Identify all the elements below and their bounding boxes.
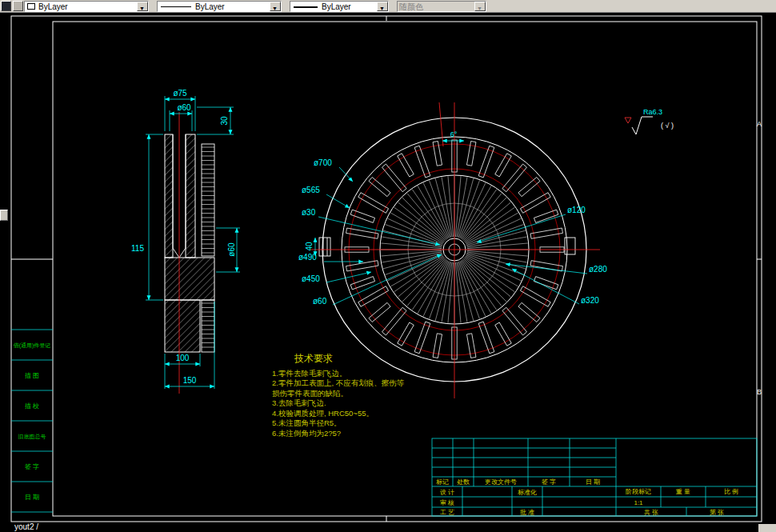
- dim-label-115: 115: [131, 244, 144, 253]
- tech-line: 2.零件加工表面上, 不应有划痕、擦伤等: [272, 378, 405, 387]
- plotstyle-value: 随颜色: [398, 2, 474, 11]
- tb-label-design: 设 计: [440, 489, 454, 496]
- plotstyle-control: 随颜色: [397, 1, 486, 12]
- tb-label-weight: 重 量: [675, 488, 690, 495]
- dim-label-d60-right: ø60: [227, 242, 236, 257]
- properties-toolbar: ByLayer ByLayer ByLayer 随颜色: [0, 0, 776, 13]
- tb-label-audit: 审 核: [440, 499, 454, 506]
- color-control[interactable]: ByLayer: [24, 1, 149, 12]
- color-swatch: [27, 3, 35, 10]
- dim-label-40: 40: [305, 242, 314, 251]
- tech-title: 技术要求: [294, 353, 333, 364]
- strip-field-label: 签 字: [25, 463, 39, 470]
- dim-label-d565: ø565: [302, 186, 320, 194]
- strip-field-label: 旧底图总号: [18, 434, 46, 440]
- strip-field-label: 借(通用)件登记: [14, 342, 51, 349]
- docked-toolbar-icon[interactable]: [0, 210, 8, 221]
- drawing-canvas[interactable]: A B 借(通用)件登记 描 图 描 校 旧底图总号 签 字 日 期: [0, 0, 776, 532]
- roughness-triangle-icon: [625, 118, 631, 123]
- title-block: 标记 处数 更改文件号 签 字 日 期 设 计 标准化 审 核 工 艺 批 准 …: [432, 438, 757, 516]
- chevron-down-icon: [474, 2, 486, 11]
- tech-line: 4.校验调质处理, HRC50~55。: [272, 409, 374, 418]
- resize-corner: [758, 524, 776, 532]
- circular-view: [310, 102, 600, 398]
- dim-label-d60-top: ø60: [177, 103, 191, 112]
- linetype-value: ByLayer: [194, 2, 270, 11]
- dim-label-30: 30: [220, 116, 229, 126]
- dim-label-d30: ø30: [302, 208, 316, 217]
- dim-label-d60: ø60: [313, 297, 327, 306]
- tb-rev-header: 处数: [457, 478, 470, 486]
- tb-rev-header: 标记: [436, 478, 449, 486]
- tech-line: 6.未注倒角均为2?5?: [272, 429, 341, 438]
- color-value: ByLayer: [37, 2, 137, 11]
- dim-label-d700: ø700: [314, 158, 332, 167]
- surface-ra-label: Ra6.3: [643, 108, 662, 116]
- tb-sheet-no: 第 张: [710, 509, 724, 516]
- tech-line: 损伤零件表面的缺陷。: [272, 389, 348, 398]
- lineweight-sample-icon: [294, 6, 318, 8]
- tech-line: 3.去除毛刺飞边.: [272, 398, 326, 407]
- dim-label-d450: ø450: [302, 274, 320, 283]
- tb-rev-header: 签 字: [542, 478, 556, 486]
- surface-paren-label: ( √ ): [661, 122, 674, 130]
- tb-label-scale: 比 例: [724, 488, 738, 495]
- dim-label-d75: ø75: [173, 89, 187, 98]
- chevron-down-icon[interactable]: [377, 2, 388, 11]
- spline-serrations: [202, 147, 214, 347]
- drawing-frame: [11, 16, 762, 522]
- status-text: yout2 /: [14, 522, 38, 531]
- strip-field-label: 描 图: [25, 372, 39, 379]
- tb-rev-header: 日 期: [586, 478, 600, 486]
- chevron-down-icon[interactable]: [270, 2, 281, 11]
- tb-rev-header: 更改文件号: [485, 478, 517, 486]
- tb-label-stage: 阶段标记: [626, 488, 651, 495]
- circular-centerlines: [310, 102, 600, 398]
- app-icon[interactable]: [1, 1, 11, 11]
- autocad-window: ByLayer ByLayer ByLayer 随颜色: [0, 0, 776, 532]
- zone-label-a: A: [757, 120, 762, 128]
- strip-field-label: 描 校: [25, 402, 39, 410]
- zone-label-b: B: [757, 388, 762, 396]
- tech-line: 5.未注圆角半径R5。: [272, 418, 342, 427]
- tb-label-standard: 标准化: [518, 489, 537, 496]
- lineweight-value: ByLayer: [320, 2, 377, 11]
- tb-sheet-total: 共 张: [644, 509, 658, 516]
- strip-field-label: 日 期: [25, 494, 39, 501]
- dim-label-150: 150: [183, 376, 197, 385]
- tb-label-process: 工 艺: [440, 509, 454, 516]
- surface-finish: Ra6.3 ( √ ): [625, 108, 674, 134]
- tb-label-approve: 批 准: [520, 509, 534, 516]
- lineweight-control[interactable]: ByLayer: [290, 1, 389, 12]
- linetype-control[interactable]: ByLayer: [157, 1, 282, 12]
- section-view: [165, 112, 214, 394]
- roughness-symbol-icon: [632, 117, 653, 134]
- dim-label-d120: ø120: [567, 206, 586, 214]
- tech-line: 1.零件去除毛刺飞边。: [272, 369, 346, 378]
- dim-label-6deg: 6°: [450, 130, 458, 138]
- layout-tab-text[interactable]: yout2 /: [14, 522, 38, 531]
- left-strip: 借(通用)件登记 描 图 描 校 旧底图总号 签 字 日 期: [11, 330, 53, 512]
- chevron-down-icon[interactable]: [137, 2, 148, 11]
- linetype-sample-icon: [161, 6, 191, 7]
- dim-label-d280: ø280: [589, 265, 607, 274]
- tb-scale-value: 1:1: [634, 499, 643, 506]
- dim-label-d320: ø320: [581, 296, 599, 305]
- circular-dimensions: 6° ø700 ø565 ø30 40 ø490 ø450 ø60 ø120 ø…: [298, 130, 607, 306]
- dim-label-100: 100: [176, 354, 190, 362]
- tech-requirements: 技术要求 1.零件去除毛刺飞边。 2.零件加工表面上, 不应有划痕、擦伤等 损伤…: [272, 353, 405, 438]
- toolbar-grip-icon[interactable]: [13, 1, 23, 11]
- dim-label-d490: ø490: [298, 253, 317, 262]
